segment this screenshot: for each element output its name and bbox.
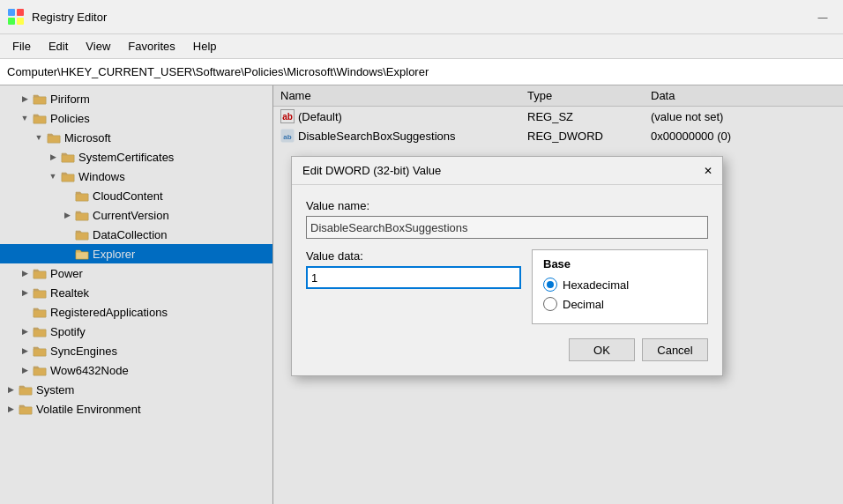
radio-hex-dot bbox=[547, 281, 554, 288]
menu-file[interactable]: File bbox=[4, 36, 40, 56]
dialog-title: Edit DWORD (32-bit) Value bbox=[302, 164, 441, 177]
cancel-button[interactable]: Cancel bbox=[642, 338, 708, 361]
app-title: Registry Editor bbox=[32, 11, 107, 24]
radio-hex-label: Hexadecimal bbox=[563, 278, 629, 292]
radio-hexadecimal[interactable]: Hexadecimal bbox=[543, 278, 697, 292]
value-data-row: Value data: Base Hexadecimal bbox=[306, 249, 708, 324]
radio-dec-indicator bbox=[543, 297, 557, 311]
minimize-button[interactable]: — bbox=[802, 0, 843, 34]
svg-rect-2 bbox=[8, 18, 15, 25]
value-data-section: Value data: bbox=[306, 249, 521, 324]
ok-button[interactable]: OK bbox=[569, 338, 635, 361]
dialog-close-button[interactable]: ✕ bbox=[698, 160, 719, 182]
menu-edit[interactable]: Edit bbox=[40, 36, 77, 56]
value-data-label: Value data: bbox=[306, 249, 521, 263]
dialog-body: Value name: Value data: Base bbox=[292, 185, 722, 375]
address-path: Computer\HKEY_CURRENT_USER\Software\Poli… bbox=[7, 65, 429, 78]
edit-dword-dialog: Edit DWORD (32-bit) Value ✕ Value name: … bbox=[291, 156, 723, 376]
dialog-overlay: Edit DWORD (32-bit) Value ✕ Value name: … bbox=[0, 85, 843, 504]
value-name-label: Value name: bbox=[306, 199, 708, 212]
base-section: Base Hexadecimal Decimal bbox=[532, 249, 708, 324]
radio-hex-indicator bbox=[543, 278, 557, 292]
window-controls: — bbox=[802, 0, 843, 33]
svg-rect-3 bbox=[17, 18, 24, 25]
dialog-buttons: OK Cancel bbox=[306, 338, 708, 361]
base-label: Base bbox=[543, 257, 697, 271]
main-content: ▶ Piriform ▼ Policies ▼ bbox=[0, 85, 843, 504]
svg-rect-0 bbox=[8, 9, 15, 16]
app-icon bbox=[7, 8, 25, 26]
menu-help[interactable]: Help bbox=[184, 36, 226, 56]
address-bar: Computer\HKEY_CURRENT_USER\Software\Poli… bbox=[0, 59, 843, 85]
value-name-input[interactable] bbox=[306, 216, 708, 239]
radio-dec-label: Decimal bbox=[563, 298, 604, 311]
menu-bar: File Edit View Favorites Help bbox=[0, 34, 843, 59]
menu-view[interactable]: View bbox=[77, 36, 119, 56]
svg-rect-1 bbox=[17, 9, 24, 16]
value-data-input[interactable] bbox=[306, 266, 521, 289]
radio-decimal[interactable]: Decimal bbox=[543, 297, 697, 311]
menu-favorites[interactable]: Favorites bbox=[119, 36, 183, 56]
dialog-title-bar: Edit DWORD (32-bit) Value ✕ bbox=[292, 157, 722, 185]
title-bar: Registry Editor — bbox=[0, 0, 843, 34]
